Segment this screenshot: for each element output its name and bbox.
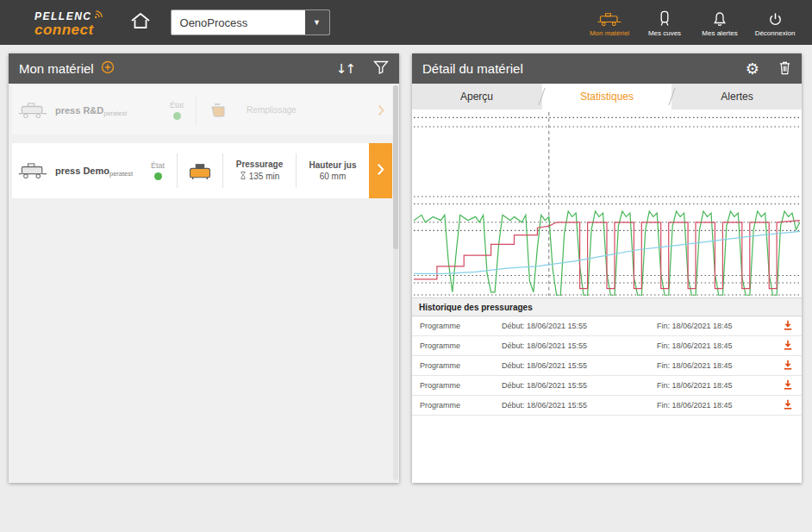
open-detail-button[interactable]: [369, 143, 392, 198]
history-end: Fin: 18/06/2021 18:45: [657, 322, 776, 330]
nav-label-deconnexion: Déconnexion: [755, 29, 796, 37]
history-program: Programme: [412, 401, 502, 410]
equipment-list: press R&Dperatest État Remplissage: [9, 84, 399, 483]
signal-arcs-icon: [94, 8, 105, 22]
mode-label: Pressurage: [236, 160, 283, 169]
history-end: Fin: 18/06/2021 18:45: [657, 341, 776, 350]
history-end: Fin: 18/06/2021 18:45: [657, 381, 776, 390]
download-button[interactable]: [776, 360, 802, 372]
status-column: État: [158, 101, 196, 120]
history-title: Historique des pressurages: [412, 297, 802, 316]
history-end: Fin: 18/06/2021 18:45: [657, 401, 776, 410]
history-start: Début: 18/06/2021 15:55: [502, 381, 657, 390]
history-end: Fin: 18/06/2021 18:45: [657, 361, 776, 370]
statistics-chart: [412, 110, 802, 297]
download-icon: [783, 340, 793, 352]
history-program: Programme: [412, 322, 502, 330]
nav-label-mes-alertes: Mes alertes: [702, 29, 737, 37]
process-select[interactable]: OenoProcess ▼: [171, 9, 330, 35]
nav-label-mes-cuves: Mes cuves: [648, 29, 681, 37]
history-rows: Programme Début: 18/06/2021 15:55 Fin: 1…: [412, 316, 802, 416]
download-icon: [783, 379, 793, 391]
status-dot: [154, 172, 162, 180]
delete-button[interactable]: [778, 60, 791, 78]
download-button[interactable]: [776, 320, 802, 332]
download-icon: [783, 320, 793, 332]
left-panel-header: Mon matériel ↓↑: [9, 53, 399, 84]
download-button[interactable]: [776, 340, 802, 352]
left-panel-title: Mon matériel: [19, 61, 94, 76]
my-equipment-panel: Mon matériel ↓↑: [9, 53, 399, 483]
nav-mes-cuves[interactable]: Mes cuves: [640, 9, 690, 37]
logo-text-connect: connect: [34, 22, 105, 37]
plus-circle-icon: [101, 60, 115, 77]
scrollbar[interactable]: [393, 85, 398, 480]
gear-icon: ⚙: [746, 61, 759, 77]
trash-icon: [778, 60, 791, 78]
history-program: Programme: [412, 361, 502, 370]
history-start: Début: 18/06/2021 15:55: [502, 341, 657, 350]
history-start: Début: 18/06/2021 15:55: [502, 361, 657, 370]
metric-label: Hauteur jus: [309, 160, 356, 170]
nav-mes-alertes[interactable]: Mes alertes: [695, 9, 745, 37]
add-equipment-button[interactable]: [101, 60, 115, 77]
equipment-name: press Demoperatest: [53, 166, 139, 176]
equipment-detail-panel: Détail du matériel ⚙ Aperçu Statistiques…: [412, 53, 802, 483]
pellenc-logo: PELLENC connect: [34, 8, 105, 37]
filter-button[interactable]: [373, 60, 389, 77]
status-dot: [173, 112, 181, 120]
hourglass-icon: [240, 171, 247, 182]
mode-label: Remplissage: [241, 105, 370, 115]
settings-button[interactable]: ⚙: [746, 61, 759, 77]
history-row: Programme Début: 18/06/2021 15:55 Fin: 1…: [412, 316, 802, 336]
pressurage-column: Pressurage 135 min: [223, 160, 296, 182]
history-row: Programme Début: 18/06/2021 15:55 Fin: 1…: [412, 396, 802, 416]
filter-funnel-icon: [373, 60, 389, 77]
tab-alertes[interactable]: Alertes: [672, 84, 802, 110]
status-label: État: [170, 101, 184, 110]
pressurage-icon: [178, 161, 222, 181]
duration-value: 135 min: [240, 171, 280, 182]
chevron-right-icon[interactable]: [370, 104, 392, 116]
process-select-value: OenoProcess: [172, 16, 305, 29]
history-program: Programme: [412, 341, 502, 350]
history-row: Programme Début: 18/06/2021 15:55 Fin: 1…: [412, 376, 802, 396]
tab-apercu[interactable]: Aperçu: [412, 84, 541, 110]
stats-chart-svg: [414, 112, 800, 296]
logo-text-pellenc: PELLENC: [34, 11, 92, 22]
tank-icon: [659, 11, 671, 27]
scrollbar-thumb[interactable]: [393, 85, 398, 249]
equipment-name: press R&Dperatest: [53, 105, 158, 116]
status-label: État: [151, 161, 165, 170]
detail-tabs: Aperçu Statistiques Alertes: [412, 84, 802, 110]
top-bar: PELLENC connect OenoProcess ▼: [0, 0, 812, 45]
download-icon: [783, 399, 793, 411]
nav-deconnexion[interactable]: Déconnexion: [750, 9, 800, 37]
right-panel-title: Détail du matériel: [422, 61, 523, 76]
top-navigation: Mon matériel Mes cuves Mes alertes: [584, 9, 800, 37]
press-icon: [597, 11, 622, 27]
tab-statistiques[interactable]: Statistiques: [542, 84, 671, 110]
status-column: État: [139, 161, 177, 180]
press-machine-icon: [12, 162, 53, 179]
history-row: Programme Début: 18/06/2021 15:55 Fin: 1…: [412, 336, 802, 356]
press-machine-icon: [12, 102, 53, 119]
home-icon: [130, 11, 151, 34]
metric-value: 60 mm: [320, 172, 347, 181]
nav-label-mon-materiel: Mon matériel: [590, 29, 629, 37]
history-start: Début: 18/06/2021 15:55: [502, 401, 657, 410]
power-icon: [768, 11, 783, 27]
home-button[interactable]: [129, 12, 152, 33]
history-program: Programme: [412, 381, 502, 390]
history-start: Début: 18/06/2021 15:55: [502, 322, 657, 330]
equipment-row-press-rd[interactable]: press R&Dperatest État Remplissage: [12, 85, 392, 135]
chevron-right-icon: [377, 163, 384, 179]
download-button[interactable]: [776, 379, 802, 391]
bell-icon: [712, 11, 728, 27]
sort-arrows-icon: ↓↑: [336, 61, 354, 77]
sort-button[interactable]: ↓↑: [336, 61, 354, 77]
nav-mon-materiel[interactable]: Mon matériel: [584, 9, 634, 37]
right-panel-header: Détail du matériel ⚙: [412, 53, 802, 84]
download-button[interactable]: [776, 399, 802, 411]
equipment-row-press-demo[interactable]: press Demoperatest État Pressurage: [12, 143, 392, 198]
